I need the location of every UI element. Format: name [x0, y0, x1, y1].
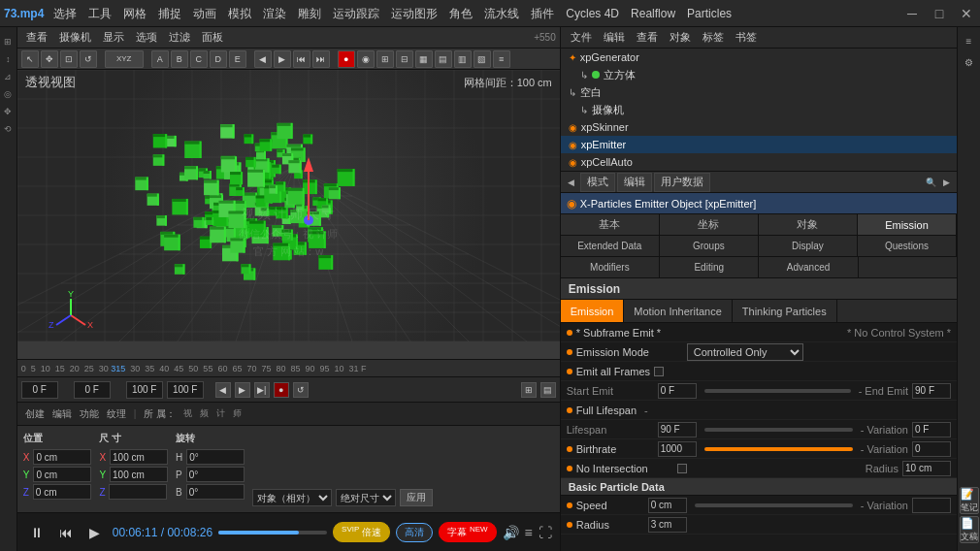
list-item-camera[interactable]: ↳ 摄像机 [561, 101, 957, 118]
mode-next-btn[interactable]: ▶ [939, 176, 953, 189]
icon-f[interactable]: ◀ [254, 50, 272, 68]
icon-c[interactable]: C [190, 50, 208, 68]
menu-sim[interactable]: 模拟 [222, 0, 257, 27]
lifespan-variation-input[interactable] [912, 422, 951, 438]
icon-o[interactable]: ▥ [454, 50, 472, 68]
tab-modifiers[interactable]: Modifiers [561, 257, 660, 277]
list-item-empty[interactable]: ↳ 空白 [561, 83, 957, 101]
menu-motion-track[interactable]: 运动跟踪 [327, 0, 385, 27]
tab-groups[interactable]: Groups [660, 236, 759, 256]
icon-h[interactable]: ⏮ [293, 50, 310, 68]
prev-frame-btn[interactable]: ◀ [215, 382, 231, 398]
maximize-button[interactable]: □ [926, 0, 953, 27]
document-btn[interactable]: 📄 文稿 [960, 516, 979, 543]
sub-tab-emission[interactable]: Emission [561, 300, 625, 322]
y-pos-input[interactable] [33, 467, 91, 482]
mode-search-btn[interactable]: 🔍 [924, 176, 937, 189]
vp-menu-filter[interactable]: 过滤 [164, 30, 195, 45]
icon-record[interactable]: ● [338, 50, 355, 68]
ls-icon-3[interactable]: ⊿ [1, 70, 15, 83]
list-item-xpskinner[interactable]: ◉ xpSkinner [561, 118, 957, 136]
tab-questions[interactable]: Questions [858, 236, 957, 256]
frame-end2-input[interactable]: 100 F [167, 381, 204, 399]
play-fwd-btn[interactable]: ▶ [83, 521, 107, 544]
next-frame-btn[interactable]: ▶| [254, 382, 270, 398]
size-mode-select[interactable]: 绝对尺寸 [336, 489, 396, 506]
sy-input[interactable] [110, 467, 168, 482]
birthrate-variation-input[interactable] [912, 441, 951, 457]
right-menu-object[interactable]: 对象 [666, 30, 695, 45]
sub-tab-thinking[interactable]: Thinking Particles [733, 300, 837, 322]
playlist-icon[interactable]: ≡ [525, 525, 533, 540]
tl-btn-r1[interactable]: ⊞ [521, 382, 537, 398]
tab-emission[interactable]: Emission [858, 214, 957, 235]
rp-input[interactable] [186, 467, 245, 482]
right-menu-bookmark[interactable]: 书签 [732, 30, 761, 45]
list-item-xpcellauto[interactable]: ◉ xpCellAuto [561, 153, 957, 171]
status-edit[interactable]: 编辑 [52, 407, 72, 421]
tab-editing[interactable]: Editing [660, 257, 759, 277]
speed-variation-input[interactable] [912, 498, 951, 513]
play-pause-btn[interactable]: ⏸ [25, 521, 49, 544]
icon-p[interactable]: ▧ [474, 50, 491, 68]
icon-q[interactable]: ≡ [493, 50, 510, 68]
icon-m[interactable]: ▦ [415, 50, 433, 68]
coord-mode-select[interactable]: 对象（相对） [252, 489, 332, 506]
menu-tools[interactable]: 工具 [82, 0, 117, 27]
lifespan-slider[interactable] [704, 428, 853, 432]
status-texture[interactable]: 纹理 [107, 407, 126, 421]
list-item-xpgenerator[interactable]: ✦ xpGenerator [561, 49, 957, 66]
list-item-cube[interactable]: ↳ 立方体 [561, 66, 957, 83]
speed-input[interactable] [648, 498, 687, 513]
rh-input[interactable] [186, 449, 245, 465]
menu-character[interactable]: 角色 [443, 0, 478, 27]
icon-e[interactable]: E [229, 50, 246, 68]
quality-button[interactable]: 高清 [396, 523, 433, 542]
radius-input[interactable] [902, 461, 951, 476]
tab-advanced[interactable]: Advanced [759, 257, 858, 277]
start-emit-input[interactable] [658, 383, 697, 399]
tab-display[interactable]: Display [759, 236, 858, 256]
menu-plugin[interactable]: 插件 [525, 0, 560, 27]
icon-i[interactable]: ⏭ [312, 50, 330, 68]
ls-icon-2[interactable]: ↕ [1, 52, 15, 66]
icon-move[interactable]: ✥ [41, 50, 58, 68]
vp-menu-view2[interactable]: 查看 [21, 30, 52, 45]
mode-prev-btn[interactable]: ◀ [565, 176, 578, 189]
mode-userdata-btn[interactable]: 用户数据 [654, 173, 710, 192]
vp-menu-options[interactable]: 选项 [131, 30, 162, 45]
record-btn[interactable]: ● [274, 382, 289, 398]
minimize-button[interactable]: ─ [898, 0, 926, 27]
tab-coord[interactable]: 坐标 [660, 214, 759, 235]
menu-select[interactable]: 选择 [48, 0, 82, 27]
radius2-input[interactable] [648, 517, 687, 533]
apply-button[interactable]: 应用 [400, 489, 433, 506]
emit-all-checkbox[interactable] [654, 367, 664, 376]
viewport[interactable]: 透视视图 网格间距：100 cm 视 频 计 师 尺 寸 微信公众号：视 计师 … [17, 70, 560, 359]
ls-icon-6[interactable]: ⟲ [1, 122, 15, 136]
icon-j[interactable]: ◉ [357, 50, 375, 68]
right-menu-file[interactable]: 文件 [567, 30, 596, 45]
close-button[interactable]: ✕ [953, 0, 980, 27]
rs-btn-2[interactable]: ⚙ [960, 52, 979, 72]
vp-menu-display[interactable]: 显示 [98, 30, 129, 45]
tl-btn-r2[interactable]: ▤ [540, 382, 556, 398]
icon-g[interactable]: ▶ [274, 50, 291, 68]
right-menu-tag[interactable]: 标签 [699, 30, 728, 45]
icon-k[interactable]: ⊞ [376, 50, 394, 68]
sz-input[interactable] [109, 484, 167, 500]
menu-motion-graph[interactable]: 运动图形 [385, 0, 443, 27]
start-emit-slider[interactable] [704, 389, 851, 393]
mode-edit-btn[interactable]: 编辑 [617, 173, 652, 192]
lifespan-input[interactable] [658, 422, 697, 438]
vp-menu-cam[interactable]: 摄像机 [54, 30, 96, 45]
emission-mode-select[interactable]: Controlled Only Continuous Shot [687, 343, 803, 361]
birthrate-input[interactable] [658, 441, 697, 457]
rb-input[interactable] [186, 484, 245, 500]
loop-btn[interactable]: ↺ [293, 382, 309, 398]
menu-snap[interactable]: 捕捉 [152, 0, 187, 27]
no-intersection-checkbox[interactable] [677, 464, 687, 473]
right-menu-edit[interactable]: 编辑 [600, 30, 629, 45]
icon-scale[interactable]: ⊡ [60, 50, 78, 68]
icon-l[interactable]: ⊟ [396, 50, 413, 68]
